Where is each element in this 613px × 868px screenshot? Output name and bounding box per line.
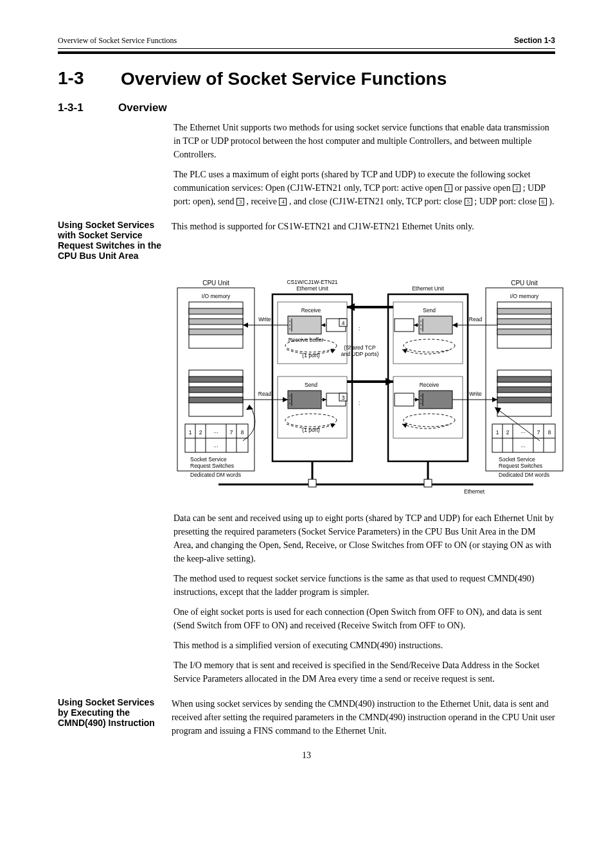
svg-text:Receive: Receive xyxy=(420,382,440,388)
subsec-title: Overview xyxy=(118,102,167,114)
svg-text:Send: Send xyxy=(423,307,436,314)
svg-text:8: 8 xyxy=(241,429,244,436)
svg-point-33 xyxy=(289,321,290,322)
svg-text:7: 7 xyxy=(230,429,233,436)
svg-text:CPU Unit: CPU Unit xyxy=(202,280,229,287)
svg-text:Receive: Receive xyxy=(301,307,321,314)
sq-5: 5 xyxy=(465,198,472,206)
svg-point-61 xyxy=(420,328,422,330)
svg-text:2: 2 xyxy=(506,429,510,436)
svg-text:Ethernet: Ethernet xyxy=(464,488,485,495)
feature1-label: Using Socket Services with Socket Servic… xyxy=(58,220,164,261)
svg-text:Socket Service: Socket Service xyxy=(499,456,535,463)
svg-text:and UDP ports): and UDP ports) xyxy=(341,351,379,357)
svg-point-69 xyxy=(420,399,422,400)
intro-p2-3: , receive xyxy=(246,197,276,206)
svg-rect-9 xyxy=(189,387,243,393)
intro-p1: The Ethernet Unit supports two methods f… xyxy=(173,121,555,161)
below-p5: The I/O memory that is sent and received… xyxy=(173,659,555,686)
sq-6: 6 xyxy=(539,198,547,206)
svg-text:Receive buffer: Receive buffer xyxy=(289,337,324,343)
feature2-body: When using socket services by sending th… xyxy=(172,692,555,738)
svg-point-46 xyxy=(289,403,290,404)
svg-text:1: 1 xyxy=(496,429,499,436)
intro-p2-5: ; UDP port: close xyxy=(474,197,537,206)
svg-rect-77 xyxy=(497,308,551,314)
feature1-body: This method is supported for CS1W-ETN21 … xyxy=(172,215,555,261)
svg-text:Dedicated DM words: Dedicated DM words xyxy=(190,472,241,478)
rule-thick xyxy=(58,51,555,54)
svg-rect-65 xyxy=(395,393,414,406)
svg-rect-132 xyxy=(424,479,432,487)
sq-4: 4 xyxy=(279,198,287,206)
header-right: Section 1-3 xyxy=(514,36,555,46)
svg-text:CS1W/CJ1W-ETN21: CS1W/CJ1W-ETN21 xyxy=(287,280,337,285)
svg-text::: : xyxy=(359,325,360,332)
svg-rect-79 xyxy=(497,329,551,335)
svg-rect-78 xyxy=(497,319,551,324)
below-p2: The method used to request socket servic… xyxy=(173,572,555,599)
svg-point-60 xyxy=(420,324,422,326)
svg-point-45 xyxy=(289,399,290,400)
svg-text:8: 8 xyxy=(548,429,551,436)
svg-rect-42 xyxy=(288,391,321,409)
svg-text:I/O memory: I/O memory xyxy=(202,293,231,299)
page-number: 13 xyxy=(0,750,613,761)
svg-text:Request Switches: Request Switches xyxy=(499,463,542,469)
svg-rect-66 xyxy=(419,391,452,409)
subsec-number: 1-3-1 xyxy=(58,102,103,114)
svg-point-59 xyxy=(420,321,422,322)
socket-diagram: CPU Unit I/O memory 1 2 ... 7 8 ... xyxy=(173,280,559,501)
below-p1: Data can be sent and received using up t… xyxy=(173,511,555,565)
svg-rect-56 xyxy=(395,319,414,332)
svg-text:I/O memory: I/O memory xyxy=(510,293,539,299)
svg-rect-10 xyxy=(189,397,243,403)
svg-rect-81 xyxy=(497,376,551,382)
header-left: Overview of Socket Service Functions xyxy=(58,36,177,46)
svg-text:Ethernet Unit: Ethernet Unit xyxy=(296,285,328,292)
svg-point-70 xyxy=(420,403,422,404)
svg-rect-4 xyxy=(189,308,243,314)
svg-point-68 xyxy=(420,395,422,396)
svg-rect-5 xyxy=(189,319,243,324)
intro-p2-1: or passive open xyxy=(455,183,511,193)
svg-rect-82 xyxy=(497,387,551,393)
svg-text:Socket Service: Socket Service xyxy=(190,456,227,463)
svg-text:1: 1 xyxy=(189,429,192,436)
svg-text:Read: Read xyxy=(258,391,272,397)
svg-point-34 xyxy=(289,324,290,326)
svg-rect-130 xyxy=(308,479,316,487)
svg-text:(Shared TCP: (Shared TCP xyxy=(344,344,376,351)
below-p3: One of eight socket ports is used for ea… xyxy=(173,605,555,632)
svg-text:Read: Read xyxy=(469,316,483,323)
sq-1: 1 xyxy=(445,184,452,192)
svg-text:Write: Write xyxy=(469,391,482,397)
svg-text:4: 4 xyxy=(342,320,345,326)
svg-text:(1 port): (1 port) xyxy=(302,427,320,433)
below-p4: This method is a simplified version of e… xyxy=(173,639,555,652)
svg-text:CPU Unit: CPU Unit xyxy=(511,280,538,287)
section-title: Overview of Socket Service Functions xyxy=(121,68,447,90)
section-number: 1-3 xyxy=(58,68,103,89)
svg-text:3: 3 xyxy=(342,394,345,401)
svg-text:Request Switches: Request Switches xyxy=(190,463,234,469)
svg-text:Dedicated DM words: Dedicated DM words xyxy=(499,472,549,478)
svg-text:...: ... xyxy=(520,442,525,448)
rule-thin xyxy=(58,48,555,49)
svg-text:Send: Send xyxy=(305,382,317,388)
diagram-svg: CPU Unit I/O memory 1 2 ... 7 8 ... xyxy=(173,280,585,499)
svg-text:7: 7 xyxy=(537,429,540,436)
svg-text:Write: Write xyxy=(258,316,271,323)
svg-rect-8 xyxy=(189,376,243,382)
svg-text:Ethernet Unit: Ethernet Unit xyxy=(412,285,444,292)
svg-rect-83 xyxy=(497,397,551,403)
intro-p2: The PLC uses a maximum of eight ports (s… xyxy=(173,168,555,208)
intro-p2-6: ). xyxy=(549,197,554,206)
intro-p2-4: , and close (CJ1W-ETN21 only, TCP port: … xyxy=(289,197,462,206)
svg-rect-6 xyxy=(189,329,243,335)
svg-text:(1 port): (1 port) xyxy=(302,352,320,359)
svg-text:...: ... xyxy=(213,428,218,434)
feature2-label: Using Socket Services by Executing the C… xyxy=(58,697,164,738)
svg-text::: : xyxy=(359,400,360,406)
svg-point-44 xyxy=(289,395,290,396)
